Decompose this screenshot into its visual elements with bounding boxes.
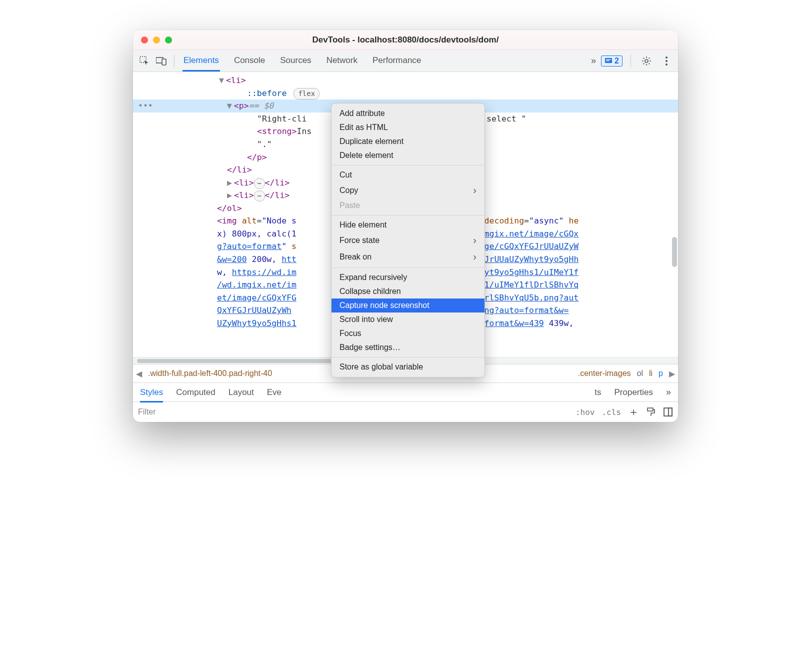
svg-rect-19	[664, 408, 672, 416]
ellipsis-icon[interactable]: ⋯	[254, 178, 265, 189]
tab-fragment[interactable]: ts	[594, 382, 601, 402]
tab-properties[interactable]: Properties	[614, 382, 653, 402]
node-li-close: </li>	[227, 165, 252, 174]
svg-line-11	[644, 58, 644, 58]
horizontal-scrollbar-thumb[interactable]	[137, 359, 357, 363]
issues-count: 2	[614, 56, 619, 66]
tab-event-listeners[interactable]: Eve	[267, 382, 282, 402]
node-p-open[interactable]: <p>	[234, 100, 249, 112]
styles-filter-row: Filter :hov .cls ＋	[133, 402, 678, 422]
node-strong-open[interactable]: <strong>	[257, 126, 296, 136]
menu-hide-element[interactable]: Hide element	[332, 218, 484, 232]
svg-line-13	[644, 63, 644, 64]
eq-dollar-zero: == $0	[249, 100, 274, 112]
content-area: ▼<li> ::before flex ••• ▼<p> == $0 "Righ…	[133, 72, 678, 422]
ellipsis-icon[interactable]: ⋯	[254, 190, 265, 202]
menu-collapse-children[interactable]: Collapse children	[332, 284, 484, 298]
svg-rect-5	[606, 60, 610, 61]
menu-force-state[interactable]: Force state	[332, 232, 484, 248]
menu-duplicate-element[interactable]: Duplicate element	[332, 134, 484, 148]
pseudo-before[interactable]: ::before	[247, 88, 286, 98]
breadcrumb-item[interactable]: ol	[637, 369, 643, 378]
breadcrumb-item[interactable]: li	[649, 369, 652, 378]
menu-badge-settings[interactable]: Badge settings…	[332, 340, 484, 354]
node-ol-close: </ol>	[217, 204, 242, 213]
svg-rect-20	[668, 408, 672, 416]
tab-console[interactable]: Console	[233, 50, 266, 72]
breadcrumb-item-selected[interactable]: p	[658, 369, 663, 378]
menu-copy[interactable]: Copy	[332, 182, 484, 198]
tab-layout[interactable]: Layout	[228, 382, 254, 402]
tab-performance[interactable]: Performance	[372, 50, 422, 72]
menu-add-attribute[interactable]: Add attribute	[332, 106, 484, 120]
menu-cut[interactable]: Cut	[332, 168, 484, 182]
breadcrumb-item[interactable]: ᅟ.width-full.pad-left-400.pad-right-40	[148, 368, 272, 379]
tab-styles[interactable]: Styles	[140, 382, 163, 402]
issues-badge[interactable]: 2	[601, 56, 622, 66]
vertical-scrollbar[interactable]	[672, 237, 677, 267]
menu-focus[interactable]: Focus	[332, 326, 484, 340]
svg-rect-4	[606, 59, 611, 60]
context-menu: Add attribute Edit as HTML Duplicate ele…	[331, 103, 485, 378]
svg-line-12	[649, 63, 650, 64]
tab-sources[interactable]: Sources	[279, 50, 312, 72]
more-tabs-icon[interactable]: »	[591, 56, 596, 66]
styles-filter-input[interactable]: Filter	[138, 408, 156, 416]
menu-break-on[interactable]: Break on	[332, 248, 484, 265]
device-toolbar-icon[interactable]	[154, 54, 169, 68]
menu-delete-element[interactable]: Delete element	[332, 148, 484, 162]
menu-paste: Paste	[332, 198, 484, 212]
text-dot: "."	[257, 140, 272, 149]
main-toolbar: Elements Console Sources Network Perform…	[133, 50, 678, 72]
computed-sidebar-icon[interactable]	[663, 407, 673, 417]
styles-tabs: Styles Computed Layout Eve ts Properties…	[133, 383, 678, 402]
tab-computed[interactable]: Computed	[176, 382, 215, 402]
toggle-cls-button[interactable]: .cls	[602, 408, 621, 417]
tab-network[interactable]: Network	[326, 50, 358, 72]
more-styles-tabs-icon[interactable]: »	[666, 387, 671, 398]
svg-rect-2	[162, 59, 166, 65]
menu-edit-as-html[interactable]: Edit as HTML	[332, 120, 484, 134]
svg-point-16	[666, 60, 668, 62]
devtools-window: DevTools - localhost:8080/docs/devtools/…	[133, 30, 678, 422]
node-p-close: </p>	[247, 152, 267, 162]
title-bar: DevTools - localhost:8080/docs/devtools/…	[133, 30, 678, 50]
inspect-element-icon[interactable]	[137, 54, 152, 68]
menu-expand-recursively[interactable]: Expand recursively	[332, 270, 484, 284]
breadcrumb-right-chevron-icon[interactable]: ▶	[669, 369, 675, 378]
paint-format-icon[interactable]	[646, 407, 656, 417]
gutter-actions-icon[interactable]: •••	[133, 100, 157, 112]
svg-point-15	[666, 56, 668, 58]
svg-point-6	[645, 60, 648, 62]
new-style-rule-icon[interactable]: ＋	[628, 404, 639, 420]
node-li-open[interactable]: <li>	[226, 76, 246, 85]
svg-point-17	[666, 64, 668, 66]
breadcrumb-left-chevron-icon[interactable]: ◀	[136, 369, 142, 378]
panel-tabs: Elements Console Sources Network Perform…	[182, 50, 422, 72]
window-title: DevTools - localhost:8080/docs/devtools/…	[133, 35, 678, 45]
tab-elements[interactable]: Elements	[182, 50, 220, 72]
flex-badge[interactable]: flex	[294, 88, 320, 100]
settings-gear-icon[interactable]	[639, 54, 654, 68]
toggle-hov-button[interactable]: :hov	[576, 408, 595, 417]
menu-store-as-global[interactable]: Store as global variable	[332, 360, 484, 374]
kebab-menu-icon[interactable]	[659, 54, 674, 68]
text-fragment-1: "Right-cli	[257, 114, 306, 124]
issues-icon	[604, 58, 612, 64]
menu-scroll-into-view[interactable]: Scroll into view	[332, 312, 484, 326]
breadcrumb-item[interactable]: .center-images	[578, 369, 631, 378]
svg-line-14	[649, 58, 650, 58]
menu-capture-node-screenshot[interactable]: Capture node screenshot	[332, 298, 484, 312]
svg-rect-18	[648, 408, 653, 411]
